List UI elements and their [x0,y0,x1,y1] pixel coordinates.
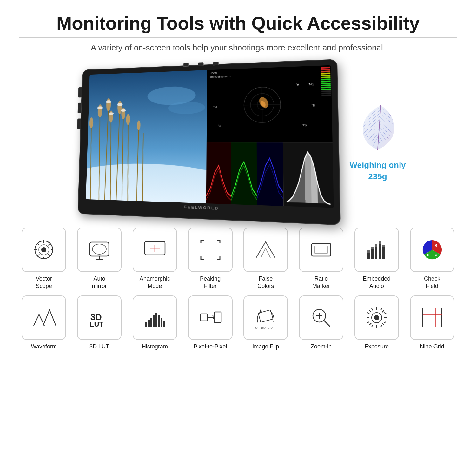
icon-card-ratio-marker: RatioMarker [296,228,346,290]
svg-line-132 [381,308,382,310]
middle-section: HDMI 1080p@59.94Hz °R °Mg °B °Cy °G °Yl [19,63,457,218]
port-1 [78,87,83,97]
header-section: Monitoring Tools with Quick Accessibilit… [19,13,457,54]
icon-label-embedded-audio: EmbeddedAudio [363,275,390,290]
icon-card-zoom-in: Zoom-in [296,295,346,350]
vs-label-r: °R [296,83,299,86]
svg-line-124 [369,323,371,325]
svg-text:270°: 270° [268,327,273,329]
svg-rect-89 [382,245,385,247]
svg-rect-97 [148,320,150,327]
icon-card-anamorphic-mode: AnamorphicMode [130,228,180,290]
histogram-icon [142,305,168,330]
icon-label-pixel-to-pixel: Pixel-to-Pixel [194,343,227,350]
icon-box-vector-scope [22,228,66,272]
svg-text:G: G [435,253,437,257]
anamorphic-mode-icon [142,237,168,262]
svg-rect-85 [367,250,370,253]
top-btn-1 [183,63,189,67]
vs-label-cy: °Cy [302,123,307,127]
weight-text: Weighing only235g [349,159,406,182]
false-colors-icon [253,237,278,262]
main-title: Monitoring Tools with Quick Accessibilit… [19,13,457,34]
svg-line-126 [381,325,382,327]
vs-label-mg: °Mg [308,83,314,86]
svg-point-133 [374,315,379,320]
svg-rect-86 [371,247,374,249]
check-field-icon: R G B [420,237,445,262]
blue-channel [257,142,283,206]
icons-row-1: VectorScope Automirror [19,228,457,290]
vs-label-yl: °Yl [214,106,217,109]
red-channel [207,142,232,204]
svg-rect-88 [379,241,381,244]
svg-text:LUT: LUT [90,320,103,328]
pixel-to-pixel-icon [198,305,223,330]
icon-card-image-flip: 90° 180° 270° Image Flip [241,295,291,350]
svg-rect-83 [379,244,381,259]
vs-label-g: °G [218,124,221,127]
icon-label-zoom-in: Zoom-in [311,343,332,350]
svg-rect-80 [367,253,370,259]
icon-box-false-colors [243,228,288,272]
icons-section: VectorScope Automirror [19,228,457,351]
subtitle: A variety of on-screen tools help your s… [19,42,457,54]
svg-line-129 [367,313,369,314]
scope-bottom-area [207,142,334,208]
svg-rect-79 [315,246,327,254]
icon-card-pixel-to-pixel: Pixel-to-Pixel [185,295,235,350]
screen-scopes: HDMI 1080p@59.94Hz °R °Mg °B °Cy °G °Yl [207,65,334,208]
vs-label-b: °B [312,104,315,107]
svg-line-131 [372,325,373,327]
icon-card-3d-lut: 3D LUT 3D LUT [75,295,124,350]
port-2 [78,102,82,113]
svg-line-122 [382,323,384,325]
3d-lut-icon: 3D LUT [87,305,112,330]
svg-line-113 [324,321,330,327]
icon-card-exposure: Exposure [352,295,402,350]
icon-label-exposure: Exposure [365,343,389,350]
svg-line-123 [382,310,384,312]
svg-rect-84 [382,247,385,259]
svg-rect-81 [371,249,374,259]
green-channel [231,142,257,205]
monitor-screen: HDMI 1080p@59.94Hz °R °Mg °B °Cy °G °Yl [86,65,334,208]
icon-box-image-flip: 90° 180° 270° [243,295,288,340]
icon-box-3d-lut: 3D LUT [77,295,122,340]
icon-box-exposure [354,295,399,340]
port-3 [77,118,81,129]
svg-rect-101 [158,315,160,327]
icon-box-ratio-marker [299,228,343,272]
icon-label-vector-scope: VectorScope [36,275,52,290]
level-meter [321,65,333,142]
svg-text:90°: 90° [255,327,258,329]
svg-line-125 [372,308,373,310]
icon-label-check-field: CheckField [424,275,440,290]
monitor-top-buttons [183,62,219,67]
svg-point-70 [92,244,106,254]
icon-label-3d-lut: 3D LUT [89,343,109,350]
svg-rect-87 [375,244,377,247]
icon-box-auto-mirror [77,228,122,272]
scope-top-area: HDMI 1080p@59.94Hz °R °Mg °B °Cy °G °Yl [207,65,333,142]
icon-card-waveform: Waveform [19,295,69,350]
svg-line-121 [369,310,371,312]
icon-box-waveform [22,295,66,340]
icon-card-histogram: Histogram [130,295,180,350]
svg-line-128 [384,313,386,314]
svg-line-130 [384,322,386,323]
ratio-marker-icon [308,237,334,262]
monitor-wrapper: HDMI 1080p@59.94Hz °R °Mg °B °Cy °G °Yl [78,59,341,225]
svg-line-127 [367,322,369,323]
camera-view-svg [86,70,207,203]
icons-row-2: Waveform 3D LUT 3D LUT [19,295,457,350]
icon-label-auto-mirror: Automirror [92,275,107,290]
icon-label-peaking-filter: PeakingFilter [200,275,221,290]
rgb-waveform [207,142,284,206]
icon-label-ratio-marker: RatioMarker [312,275,330,290]
svg-rect-103 [163,321,165,327]
vector-scope-icon [31,237,56,262]
svg-rect-99 [153,315,155,327]
svg-rect-100 [155,313,157,327]
image-flip-icon: 90° 180° 270° [253,305,278,330]
